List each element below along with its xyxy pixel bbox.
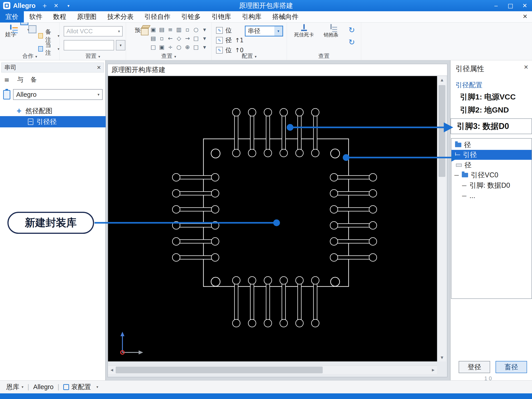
scroll-down-icon[interactable]: ▼ <box>438 354 446 361</box>
chevron-down-icon[interactable]: ▾ <box>96 385 98 389</box>
list-icon[interactable]: ≡ <box>2 75 12 85</box>
tab-library[interactable]: 恩库 ▾ <box>3 380 26 394</box>
tree-item-label: 径 <box>464 160 471 170</box>
chevron-down-icon: ▾ <box>35 54 37 59</box>
path-checkbox[interactable]: ✎ 径 <box>216 36 232 44</box>
register-path-button[interactable]: 登径 <box>459 361 490 373</box>
design-canvas[interactable] <box>108 76 437 361</box>
check-card-button[interactable]: 死佳死卡 <box>292 25 316 38</box>
close-panel-icon[interactable]: ✕ <box>97 65 101 70</box>
tree-item-add[interactable]: + 然径配图 <box>17 106 52 116</box>
tab-allegro[interactable]: Allegro <box>30 380 57 394</box>
view-option-icon[interactable]: □ <box>149 44 158 51</box>
maximize-button[interactable]: □ <box>503 0 518 11</box>
view-option-icon[interactable]: ← <box>166 35 175 42</box>
view-option-icon[interactable]: ▫ <box>158 35 166 42</box>
menu-item[interactable]: 技术分表 <box>102 11 139 23</box>
menu-item[interactable]: 搭械向件 <box>267 11 304 23</box>
stack-button[interactable]: ▾ <box>22 25 35 32</box>
tree-item[interactable]: 径 <box>451 140 532 150</box>
pin-type-combo[interactable]: 串径 ▾ <box>245 26 283 37</box>
tree-item-selected[interactable]: ⊢ 引径 <box>451 150 532 160</box>
tree-item[interactable]: − 引脚: 数据D0 <box>451 180 532 190</box>
view-option-icon[interactable]: □ <box>192 44 200 51</box>
window-title: 原理图开包库搭建 <box>0 1 532 10</box>
sync-icon[interactable]: ↻ <box>346 36 358 48</box>
group-label[interactable]: 查置 <box>287 52 361 60</box>
ribbon-close-icon[interactable]: ✕ <box>523 13 527 20</box>
view-option-icon[interactable]: ▣ <box>149 26 158 33</box>
view-option-icon[interactable]: ▤ <box>149 35 158 42</box>
menu-item-file[interactable]: 宜价 <box>0 11 24 23</box>
scrollbar-thumb[interactable] <box>116 367 323 373</box>
view-option-icon[interactable]: ▥ <box>175 26 183 33</box>
window-controls: – □ ✕ <box>489 0 532 11</box>
view-option-icon[interactable]: □ <box>192 35 200 42</box>
scroll-up-icon[interactable]: ▲ <box>438 76 446 84</box>
report-button[interactable]: 销抱条 <box>320 25 342 38</box>
view-option-icon[interactable]: ○ <box>192 26 200 33</box>
close-panel-icon[interactable]: ✕ <box>524 64 528 70</box>
view-option-icon[interactable]: ◇ <box>175 35 183 42</box>
group-label[interactable]: 查置▾ <box>126 52 211 60</box>
position-checkbox[interactable]: ✎ 位 <box>216 26 232 35</box>
note-icon <box>38 33 43 38</box>
tree-item[interactable]: − 引径VC0 <box>451 170 532 180</box>
menu-item[interactable]: 数程 <box>48 11 72 23</box>
view-option-icon[interactable]: ▤ <box>158 26 166 33</box>
menu-item[interactable]: 引铨多 <box>176 11 206 23</box>
menu-item[interactable]: 软件 <box>24 11 48 23</box>
tree-item[interactable]: 径 <box>451 160 532 170</box>
tab-package-config[interactable]: 衮配置 <box>60 380 94 394</box>
plus-icon: + <box>17 106 21 116</box>
save-path-button[interactable]: 畜径 <box>495 361 527 373</box>
close-tab-icon[interactable]: ✕ <box>54 2 58 9</box>
combo-dropdown-button[interactable]: ▾ <box>116 40 125 51</box>
name-button[interactable]: 娃字 <box>2 25 20 38</box>
group-label[interactable]: 配置▾ <box>212 52 287 60</box>
scroll-right-icon[interactable]: ▶ <box>429 366 437 374</box>
scrollbar-thumb[interactable] <box>439 85 445 177</box>
close-button[interactable]: ✕ <box>518 0 532 11</box>
view-option-icon[interactable]: ≡ <box>166 26 175 33</box>
group-label[interactable]: 習置▾ <box>60 52 126 60</box>
pin3-field[interactable]: 引脚3: 数据D0 <box>450 118 532 134</box>
view-option-icon[interactable]: ▫ <box>183 26 192 33</box>
minimize-button[interactable]: – <box>489 0 503 11</box>
menu-item[interactable]: 引铇库 <box>206 11 236 23</box>
clipboard-icon <box>3 90 10 100</box>
tree-item[interactable]: − ... <box>451 191 532 201</box>
vertical-scrollbar[interactable]: ▲ ▼ <box>437 76 446 361</box>
pin-properties-panel: 引径属性 ✕ 引径配置 引脚1: 电源VCC 引脚2: 地GND 引脚3: 数据… <box>450 60 532 380</box>
scroll-left-icon[interactable]: ◀ <box>108 366 116 374</box>
view-option-icon[interactable]: ▣ <box>158 44 166 51</box>
chevron-down-icon: ▾ <box>58 34 59 38</box>
menu-bar: 宜价 软件 数程 原理图 技术分表 引径自作 引铨多 引铇库 引构库 搭械向件 <box>0 11 532 23</box>
library-select[interactable]: Allegro ▾ <box>13 89 103 100</box>
view-option-icon[interactable]: → <box>183 35 192 42</box>
empty-combo[interactable] <box>64 40 114 51</box>
view-option-icon[interactable]: ▾ <box>200 44 209 51</box>
menu-item[interactable]: 引径自作 <box>139 11 176 23</box>
sort-icon[interactable]: 与 <box>15 75 25 85</box>
view-option-icon[interactable]: ÷ <box>166 44 175 51</box>
menu-item[interactable]: 原理图 <box>72 11 102 23</box>
bottom-tab-bar: 恩库 ▾ | Allegro | 衮配置 ▾ <box>0 380 532 393</box>
view-option-icon[interactable]: ▾ <box>200 35 209 42</box>
callout-new-footprint-library: 新建封装库 <box>7 212 94 234</box>
preview-button[interactable]: 预拾 <box>132 25 149 34</box>
view-option-icon[interactable]: ○ <box>175 44 183 51</box>
menu-item[interactable]: 引构库 <box>236 11 267 23</box>
chevron-down-icon: ▾ <box>58 47 59 51</box>
backup-icon[interactable]: 备 <box>29 75 39 85</box>
horizontal-scrollbar[interactable]: ◀ ▶ <box>108 366 437 374</box>
panel-tab-header[interactable]: 串司 ✕ <box>1 63 104 72</box>
sync-icon[interactable]: ↻ <box>346 24 358 36</box>
group-label[interactable]: 合作▾ <box>0 52 59 60</box>
dock-pin-icon[interactable]: + <box>42 2 47 9</box>
tree-item-selected[interactable]: 引径径 <box>0 116 106 127</box>
view-option-icon[interactable]: ⊕ <box>183 44 192 51</box>
net-combo[interactable]: Allot VCC ▾ <box>64 26 123 37</box>
chevron-down-icon[interactable]: ▾ <box>68 3 70 8</box>
view-option-icon[interactable]: ▾ <box>200 26 209 33</box>
